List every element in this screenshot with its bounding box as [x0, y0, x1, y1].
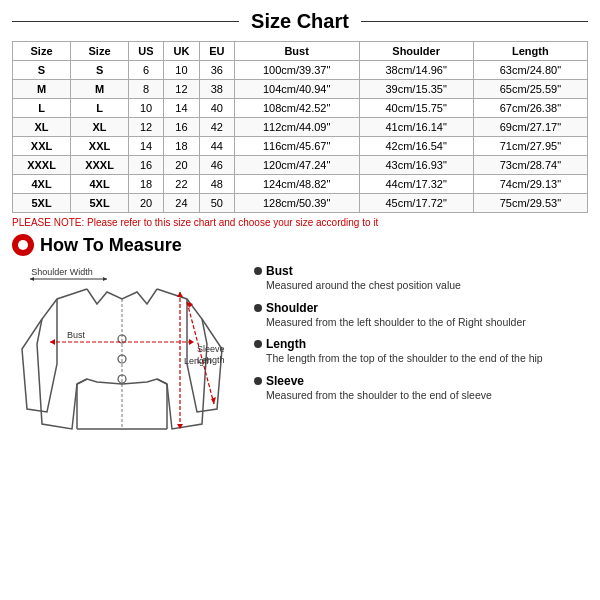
title-line-left [12, 21, 239, 22]
table-cell: XXXL [13, 156, 71, 175]
table-header: SizeSizeUSUKEUBustShoulderLength [13, 42, 588, 61]
table-cell: 44cm/17.32" [359, 175, 473, 194]
table-header-cell: Bust [234, 42, 359, 61]
table-body: SS61036100cm/39.37"38cm/14.96"63cm/24.80… [13, 61, 588, 213]
table-cell: 44 [199, 137, 234, 156]
table-header-cell: Shoulder [359, 42, 473, 61]
table-row: XXLXXL141844116cm/45.67"42cm/16.54"71cm/… [13, 137, 588, 156]
table-cell: 120cm/47.24" [234, 156, 359, 175]
table-cell: 116cm/45.67" [234, 137, 359, 156]
table-cell: 128cm/50.39" [234, 194, 359, 213]
table-cell: 36 [199, 61, 234, 80]
table-cell: 45cm/17.72" [359, 194, 473, 213]
table-cell: 71cm/27.95" [473, 137, 587, 156]
measure-item-desc: Measured around the chest position value [266, 278, 588, 293]
table-row: SS61036100cm/39.37"38cm/14.96"63cm/24.80… [13, 61, 588, 80]
table-cell: 48 [199, 175, 234, 194]
table-cell: 18 [163, 137, 199, 156]
table-cell: XXL [71, 137, 129, 156]
table-cell: 108cm/42.52" [234, 99, 359, 118]
table-cell: S [13, 61, 71, 80]
page-title: Size Chart [239, 10, 361, 33]
table-cell: 5XL [13, 194, 71, 213]
table-row: 4XL4XL182248124cm/48.82"44cm/17.32"74cm/… [13, 175, 588, 194]
table-cell: 42cm/16.54" [359, 137, 473, 156]
bullet-dot [254, 377, 262, 385]
measure-item-desc: The length from the top of the shoulder … [266, 351, 588, 366]
table-header-row: SizeSizeUSUKEUBustShoulderLength [13, 42, 588, 61]
table-cell: 4XL [13, 175, 71, 194]
table-cell: 16 [163, 118, 199, 137]
table-row: XXXLXXXL162046120cm/47.24"43cm/16.93"73c… [13, 156, 588, 175]
measure-descriptions: BustMeasured around the chest position v… [250, 264, 588, 467]
measure-item-label: Shoulder [266, 301, 318, 315]
circle-icon-inner [18, 240, 28, 250]
table-cell: 39cm/15.35" [359, 80, 473, 99]
svg-marker-3 [103, 277, 107, 281]
table-cell: 22 [163, 175, 199, 194]
table-cell: 20 [129, 194, 164, 213]
jacket-illustration: Shoulder Width [12, 264, 242, 467]
table-cell: 12 [129, 118, 164, 137]
table-row: MM81238104cm/40.94"39cm/15.35"65cm/25.59… [13, 80, 588, 99]
svg-text:Bust: Bust [67, 330, 86, 340]
table-header-cell: EU [199, 42, 234, 61]
table-cell: XXL [13, 137, 71, 156]
measure-item-title: Bust [254, 264, 588, 278]
svg-marker-12 [50, 339, 55, 345]
table-header-cell: Size [71, 42, 129, 61]
table-cell: 104cm/40.94" [234, 80, 359, 99]
table-cell: 65cm/25.59" [473, 80, 587, 99]
measure-item-title: Length [254, 337, 588, 351]
table-cell: 6 [129, 61, 164, 80]
table-cell: 12 [163, 80, 199, 99]
bullet-dot [254, 340, 262, 348]
table-cell: 43cm/16.93" [359, 156, 473, 175]
table-cell: M [71, 80, 129, 99]
table-cell: 41cm/16.14" [359, 118, 473, 137]
measure-item: ShoulderMeasured from the left shoulder … [254, 301, 588, 330]
svg-text:Sleeve: Sleeve [197, 344, 225, 354]
measure-item-desc: Measured from the shoulder to the end of… [266, 388, 588, 403]
table-cell: 40cm/15.75" [359, 99, 473, 118]
table-cell: 46 [199, 156, 234, 175]
table-cell: 4XL [71, 175, 129, 194]
table-cell: 38 [199, 80, 234, 99]
how-to-measure-title: How To Measure [40, 235, 182, 256]
measure-item-label: Bust [266, 264, 293, 278]
table-header-cell: US [129, 42, 164, 61]
table-cell: XXXL [71, 156, 129, 175]
table-cell: 10 [129, 99, 164, 118]
table-cell: 112cm/44.09" [234, 118, 359, 137]
title-line-right [361, 21, 588, 22]
table-cell: XL [13, 118, 71, 137]
measure-item: LengthThe length from the top of the sho… [254, 337, 588, 366]
page-container: Size Chart SizeSizeUSUKEUBustShoulderLen… [0, 0, 600, 600]
size-table: SizeSizeUSUKEUBustShoulderLength SS61036… [12, 41, 588, 213]
table-row: 5XL5XL202450128cm/50.39"45cm/17.72"75cm/… [13, 194, 588, 213]
table-header-cell: Length [473, 42, 587, 61]
bullet-dot [254, 267, 262, 275]
svg-marker-2 [30, 277, 34, 281]
measure-item-title: Shoulder [254, 301, 588, 315]
table-cell: 14 [129, 137, 164, 156]
size-note: PLEASE NOTE: Please refer to this size c… [12, 217, 588, 228]
table-cell: 63cm/24.80" [473, 61, 587, 80]
table-cell: 10 [163, 61, 199, 80]
table-cell: L [13, 99, 71, 118]
measure-item-label: Length [266, 337, 306, 351]
table-cell: M [13, 80, 71, 99]
title-row: Size Chart [12, 10, 588, 33]
measure-item: BustMeasured around the chest position v… [254, 264, 588, 293]
table-cell: 20 [163, 156, 199, 175]
svg-marker-13 [189, 339, 194, 345]
svg-text:Shoulder Width: Shoulder Width [31, 267, 93, 277]
table-cell: 40 [199, 99, 234, 118]
table-cell: 74cm/29.13" [473, 175, 587, 194]
measure-item-desc: Measured from the left shoulder to the o… [266, 315, 588, 330]
table-header-cell: UK [163, 42, 199, 61]
table-cell: 75cm/29.53" [473, 194, 587, 213]
table-row: LL101440108cm/42.52"40cm/15.75"67cm/26.3… [13, 99, 588, 118]
measure-item: SleeveMeasured from the shoulder to the … [254, 374, 588, 403]
table-cell: 69cm/27.17" [473, 118, 587, 137]
